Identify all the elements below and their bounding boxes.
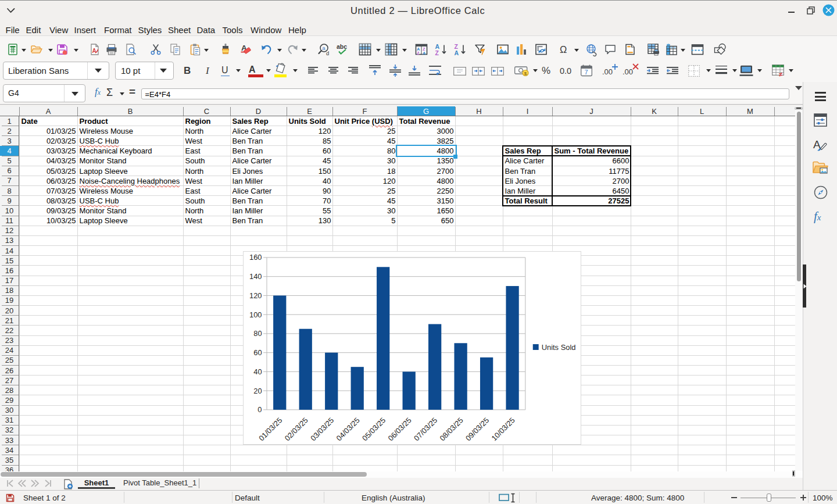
svg-text:60: 60 [253,348,262,357]
svg-text:a: a [322,45,326,51]
svg-text:40: 40 [253,367,262,376]
svg-text:120: 120 [249,291,262,300]
svg-text:04/03/25: 04/03/25 [335,416,362,442]
svg-text:A: A [423,51,426,56]
svg-text:05/03/25: 05/03/25 [360,416,387,442]
svg-text:20: 20 [253,387,262,395]
svg-text:03/03/25: 03/03/25 [309,416,335,442]
svg-text:100: 100 [249,310,262,319]
svg-text:07/03/25: 07/03/25 [412,416,439,442]
svg-text:Z: Z [417,51,420,56]
svg-text:160: 160 [249,253,262,262]
svg-text:01/03/25: 01/03/25 [257,416,284,442]
svg-text:06/03/25: 06/03/25 [387,416,413,442]
svg-text:Ω: Ω [560,44,567,55]
svg-text:09/03/25: 09/03/25 [464,416,491,442]
svg-text:0: 0 [257,405,262,414]
svg-text:10/03/25: 10/03/25 [490,416,517,442]
svg-text:d: d [326,50,329,56]
svg-text:abc: abc [337,43,347,50]
svg-text:A: A [455,49,459,56]
svg-text:80: 80 [253,329,262,338]
svg-text:7: 7 [585,69,588,76]
svg-text:$: $ [524,71,527,76]
svg-text:140: 140 [249,272,262,281]
svg-text:Z: Z [435,49,439,56]
svg-text:Units Sold: Units Sold [542,343,576,352]
svg-text:08/03/25: 08/03/25 [438,416,465,442]
svg-text:≠: ≠ [779,71,782,78]
svg-text:02/03/25: 02/03/25 [283,416,310,442]
